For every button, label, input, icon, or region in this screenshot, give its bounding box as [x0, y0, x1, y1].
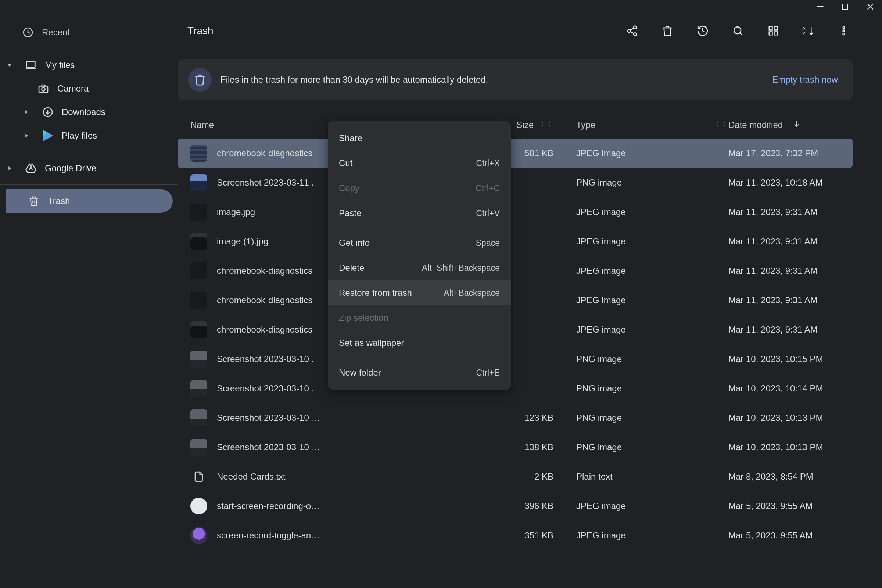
table-row[interactable]: screen-record-toggle-an…351 KBJPEG image…: [178, 521, 853, 550]
drive-icon: [24, 162, 38, 174]
table-row[interactable]: start-screen-recording-o…396 KBJPEG imag…: [178, 491, 853, 521]
file-name: Screenshot 2023-03-10 .: [217, 354, 314, 364]
context-menu-item[interactable]: CutCtrl+X: [328, 151, 511, 176]
context-menu-shortcut: Ctrl+E: [476, 368, 500, 378]
context-menu-item[interactable]: Restore from trashAlt+Backspace: [328, 280, 511, 305]
search-button[interactable]: [729, 22, 747, 40]
sidebar-item-camera[interactable]: Camera: [0, 77, 178, 100]
context-menu-shortcut: Ctrl+V: [476, 208, 500, 218]
table-row[interactable]: Screenshot 2023-03-10 .PNG imageMar 10, …: [178, 344, 853, 374]
context-menu-separator: [328, 358, 511, 358]
svg-rect-1: [843, 4, 848, 9]
context-menu-label: Copy: [339, 183, 359, 193]
chevron-right-icon[interactable]: [2, 164, 17, 172]
context-menu-label: Zip selection: [339, 313, 388, 323]
cell-size: 123 KB: [473, 413, 576, 423]
context-menu-item[interactable]: DeleteAlt+Shift+Backspace: [328, 255, 511, 280]
file-name: Screenshot 2023-03-10 .: [217, 383, 314, 394]
empty-trash-button[interactable]: Empty trash now: [772, 75, 838, 85]
svg-line-21: [630, 32, 634, 33]
svg-point-9: [42, 87, 45, 91]
sidebar-item-myfiles[interactable]: My files: [0, 53, 178, 77]
column-resize-handle[interactable]: ⋮⋮: [539, 120, 554, 129]
restore-button[interactable]: [694, 22, 711, 40]
file-thumbnail: [190, 439, 207, 456]
minimize-button[interactable]: [814, 1, 826, 12]
svg-rect-24: [769, 27, 772, 30]
context-menu-label: Set as wallpaper: [339, 338, 404, 348]
svg-marker-14: [26, 164, 36, 173]
sidebar-item-trash[interactable]: Trash: [6, 189, 173, 213]
file-thumbnail: [190, 468, 207, 485]
file-thumbnail: [190, 262, 207, 279]
context-menu-item[interactable]: Share: [328, 126, 511, 151]
context-menu-item[interactable]: Get infoSpace: [328, 230, 511, 255]
sort-button[interactable]: AZ: [800, 22, 818, 40]
file-thumbnail: [190, 145, 207, 162]
table-row[interactable]: Screenshot 2023-03-10 …138 KBPNG imageMa…: [178, 432, 853, 462]
context-menu-item[interactable]: Set as wallpaper: [328, 330, 511, 356]
sidebar-item-playfiles[interactable]: Play files: [0, 124, 178, 147]
context-menu-item[interactable]: PasteCtrl+V: [328, 201, 511, 226]
column-header-label: Type: [576, 120, 596, 130]
cell-date: Mar 11, 2023, 9:31 AM: [728, 236, 853, 247]
delete-button[interactable]: [658, 22, 676, 40]
table-row[interactable]: chromebook-diagnosticsJPEG imageMar 11, …: [178, 285, 853, 315]
file-thumbnail: [190, 204, 207, 220]
chevron-right-icon[interactable]: [19, 132, 34, 140]
column-header-date[interactable]: Date modified: [728, 119, 853, 130]
clock-icon: [21, 27, 35, 38]
column-header-type[interactable]: Type ⋮⋮: [576, 120, 728, 130]
context-menu-shortcut: Ctrl+C: [476, 183, 500, 193]
file-name: chromebook-diagnostics: [217, 324, 312, 335]
sidebar-item-googledrive[interactable]: Google Drive: [0, 156, 178, 180]
cell-type: PNG image: [576, 442, 728, 452]
svg-marker-10: [26, 110, 28, 114]
table-row[interactable]: chromebook-diagnostics581 KBJPEG imageMa…: [178, 138, 853, 168]
chevron-down-icon[interactable]: [2, 61, 17, 69]
svg-line-20: [630, 28, 634, 30]
column-resize-handle[interactable]: ⋮⋮: [714, 120, 728, 129]
cell-date: Mar 8, 2023, 8:54 PM: [728, 471, 853, 482]
cell-date: Mar 17, 2023, 7:32 PM: [728, 148, 853, 158]
table-row[interactable]: Needed Cards.txt2 KBPlain textMar 8, 202…: [178, 462, 853, 491]
cell-name: Screenshot 2023-03-10 …: [190, 410, 473, 426]
file-name: start-screen-recording-o…: [217, 501, 320, 511]
sidebar-item-label: My files: [45, 60, 75, 70]
svg-point-19: [634, 33, 636, 36]
file-thumbnail: [190, 498, 207, 514]
trash-banner-icon: [188, 68, 212, 92]
context-menu-label: Share: [339, 133, 362, 143]
table-row[interactable]: Screenshot 2023-03-10 .PNG imageMar 10, …: [178, 374, 853, 403]
svg-point-18: [628, 29, 631, 32]
context-menu-item: Zip selection: [328, 305, 511, 330]
svg-point-31: [843, 27, 845, 28]
table-row[interactable]: Screenshot 2023-03-11 .PNG imageMar 11, …: [178, 168, 853, 197]
file-name: Screenshot 2023-03-10 …: [217, 442, 321, 452]
window-titlebar: [0, 0, 882, 13]
table-row[interactable]: image.jpgJPEG imageMar 11, 2023, 9:31 AM: [178, 197, 853, 227]
svg-marker-13: [9, 166, 10, 171]
svg-point-33: [843, 33, 845, 35]
grid-view-button[interactable]: [764, 22, 782, 40]
chevron-right-icon[interactable]: [19, 108, 34, 116]
table-row[interactable]: chromebook-diagnosticsJPEG imageMar 11, …: [178, 315, 853, 344]
svg-rect-25: [774, 27, 778, 30]
svg-rect-8: [39, 86, 48, 92]
file-thumbnail: [190, 292, 207, 309]
file-name: Needed Cards.txt: [217, 471, 285, 482]
sidebar-item-recent[interactable]: Recent: [0, 21, 178, 44]
share-button[interactable]: [623, 22, 641, 40]
table-row[interactable]: Screenshot 2023-03-10 …123 KBPNG imageMa…: [178, 403, 853, 432]
camera-icon: [36, 82, 51, 94]
close-button[interactable]: [864, 1, 876, 12]
maximize-button[interactable]: [839, 1, 851, 12]
sidebar-item-downloads[interactable]: Downloads: [0, 100, 178, 124]
context-menu-item[interactable]: New folderCtrl+E: [328, 360, 511, 385]
table-row[interactable]: ⋮⋮chromebook-diagnosticsJPEG imageMar 11…: [178, 256, 853, 285]
sidebar-separator: [0, 184, 178, 185]
table-row[interactable]: image (1).jpgJPEG imageMar 11, 2023, 9:3…: [178, 227, 853, 256]
more-button[interactable]: [835, 22, 853, 40]
context-menu-shortcut: Space: [476, 238, 500, 248]
sidebar-item-label: Recent: [42, 27, 70, 38]
